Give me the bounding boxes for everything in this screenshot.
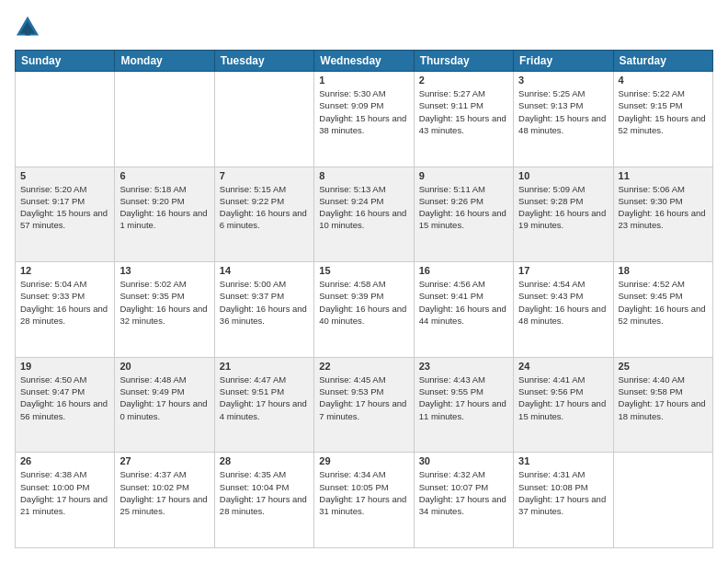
daylight-text: Daylight: 16 hours and 44 minutes. [419,304,506,326]
sunset-text: Sunset: 9:15 PM [619,100,683,110]
calendar-week-row: 19 Sunrise: 4:50 AM Sunset: 9:47 PM Dayl… [16,357,713,453]
daylight-text: Daylight: 16 hours and 15 minutes. [419,208,506,230]
daylight-text: Daylight: 16 hours and 10 minutes. [319,208,406,230]
daylight-text: Daylight: 17 hours and 11 minutes. [419,398,506,420]
day-number: 21 [220,361,309,372]
calendar-week-row: 1 Sunrise: 5:30 AM Sunset: 9:09 PM Dayli… [16,72,713,167]
day-number: 9 [419,170,508,181]
sunrise-text: Sunrise: 4:37 AM [119,469,186,479]
day-number: 26 [20,455,109,466]
sunset-text: Sunset: 9:22 PM [220,196,284,206]
day-info: Sunrise: 4:32 AM Sunset: 10:07 PM Daylig… [419,468,508,517]
day-info: Sunrise: 4:43 AM Sunset: 9:55 PM Dayligh… [419,373,508,422]
calendar-week-row: 5 Sunrise: 5:20 AM Sunset: 9:17 PM Dayli… [16,167,713,262]
weekday-sunday: Sunday [16,51,115,72]
day-info: Sunrise: 5:27 AM Sunset: 9:11 PM Dayligh… [419,87,508,136]
daylight-text: Daylight: 16 hours and 6 minutes. [220,208,307,230]
sunset-text: Sunset: 9:09 PM [319,100,383,110]
day-info: Sunrise: 4:52 AM Sunset: 9:45 PM Dayligh… [619,278,708,327]
daylight-text: Daylight: 16 hours and 1 minute. [119,208,207,230]
day-number: 14 [220,265,309,276]
calendar-day-cell: 13 Sunrise: 5:02 AM Sunset: 9:35 PM Dayl… [115,262,214,358]
day-info: Sunrise: 5:15 AM Sunset: 9:22 PM Dayligh… [220,183,309,232]
day-info: Sunrise: 4:56 AM Sunset: 9:41 PM Dayligh… [419,278,508,327]
sunrise-text: Sunrise: 4:47 AM [220,374,286,385]
sunset-text: Sunset: 9:41 PM [419,291,483,301]
day-number: 1 [319,75,408,86]
day-number: 12 [20,265,109,276]
calendar-day-cell: 27 Sunrise: 4:37 AM Sunset: 10:02 PM Day… [115,453,214,548]
calendar-day-cell: 26 Sunrise: 4:38 AM Sunset: 10:00 PM Day… [16,453,115,548]
daylight-text: Daylight: 16 hours and 23 minutes. [619,208,706,230]
calendar-day-cell: 24 Sunrise: 4:41 AM Sunset: 9:56 PM Dayl… [514,357,613,453]
sunset-text: Sunset: 9:28 PM [518,196,583,206]
calendar-day-cell: 21 Sunrise: 4:47 AM Sunset: 9:51 PM Dayl… [214,357,313,453]
daylight-text: Daylight: 16 hours and 36 minutes. [220,304,307,326]
calendar-day-cell: 20 Sunrise: 4:48 AM Sunset: 9:49 PM Dayl… [115,357,214,453]
sunrise-text: Sunrise: 4:58 AM [319,279,385,289]
day-info: Sunrise: 4:41 AM Sunset: 9:56 PM Dayligh… [518,373,608,422]
sunset-text: Sunset: 9:43 PM [518,291,583,301]
sunrise-text: Sunrise: 4:43 AM [419,374,485,385]
day-number: 24 [518,361,608,372]
weekday-thursday: Thursday [414,51,513,72]
logo [15,15,44,40]
sunrise-text: Sunrise: 4:34 AM [319,469,385,479]
sunset-text: Sunset: 9:26 PM [419,196,483,206]
calendar-day-cell: 25 Sunrise: 4:40 AM Sunset: 9:58 PM Dayl… [613,357,712,453]
calendar-day-cell: 30 Sunrise: 4:32 AM Sunset: 10:07 PM Day… [414,453,513,548]
calendar-day-cell: 4 Sunrise: 5:22 AM Sunset: 9:15 PM Dayli… [613,72,712,167]
daylight-text: Daylight: 15 hours and 48 minutes. [518,113,606,135]
sunrise-text: Sunrise: 5:27 AM [419,88,485,98]
day-info: Sunrise: 5:00 AM Sunset: 9:37 PM Dayligh… [220,278,309,327]
calendar-day-cell: 14 Sunrise: 5:00 AM Sunset: 9:37 PM Dayl… [214,262,313,358]
day-number: 25 [619,361,708,372]
daylight-text: Daylight: 15 hours and 57 minutes. [20,208,108,230]
sunset-text: Sunset: 10:02 PM [119,482,189,492]
sunset-text: Sunset: 9:11 PM [419,100,483,110]
daylight-text: Daylight: 17 hours and 34 minutes. [419,494,506,516]
daylight-text: Daylight: 16 hours and 32 minutes. [119,304,207,326]
sunset-text: Sunset: 10:07 PM [419,482,489,492]
sunrise-text: Sunrise: 5:11 AM [419,184,485,194]
sunrise-text: Sunrise: 5:15 AM [220,184,286,194]
sunrise-text: Sunrise: 5:18 AM [119,184,186,194]
daylight-text: Daylight: 17 hours and 25 minutes. [119,494,207,516]
sunrise-text: Sunrise: 4:52 AM [619,279,685,289]
sunrise-text: Sunrise: 5:25 AM [518,88,585,98]
calendar-day-cell: 9 Sunrise: 5:11 AM Sunset: 9:26 PM Dayli… [414,167,513,262]
page: SundayMondayTuesdayWednesdayThursdayFrid… [0,0,728,563]
day-number: 22 [319,361,408,372]
sunrise-text: Sunrise: 4:35 AM [220,469,286,479]
calendar-day-cell: 12 Sunrise: 5:04 AM Sunset: 9:33 PM Dayl… [16,262,115,358]
calendar-day-cell: 17 Sunrise: 4:54 AM Sunset: 9:43 PM Dayl… [514,262,613,358]
calendar-day-cell: 23 Sunrise: 4:43 AM Sunset: 9:55 PM Dayl… [414,357,513,453]
sunset-text: Sunset: 9:13 PM [518,100,583,110]
sunrise-text: Sunrise: 5:30 AM [319,88,385,98]
sunrise-text: Sunrise: 5:20 AM [20,184,86,194]
calendar-day-cell: 3 Sunrise: 5:25 AM Sunset: 9:13 PM Dayli… [514,72,613,167]
daylight-text: Daylight: 15 hours and 43 minutes. [419,113,506,135]
daylight-text: Daylight: 16 hours and 52 minutes. [619,304,706,326]
sunrise-text: Sunrise: 4:56 AM [419,279,485,289]
calendar-day-cell: 16 Sunrise: 4:56 AM Sunset: 9:41 PM Dayl… [414,262,513,358]
sunrise-text: Sunrise: 4:40 AM [619,374,685,385]
calendar-day-cell: 11 Sunrise: 5:06 AM Sunset: 9:30 PM Dayl… [613,167,712,262]
day-number: 19 [20,361,109,372]
sunrise-text: Sunrise: 4:32 AM [419,469,485,479]
day-number: 15 [319,265,408,276]
sunset-text: Sunset: 9:53 PM [319,386,383,396]
sunrise-text: Sunrise: 4:38 AM [20,469,86,479]
day-number: 20 [119,361,209,372]
sunrise-text: Sunrise: 4:50 AM [20,374,86,385]
daylight-text: Daylight: 16 hours and 56 minutes. [20,398,108,420]
day-info: Sunrise: 5:06 AM Sunset: 9:30 PM Dayligh… [619,183,708,232]
sunrise-text: Sunrise: 5:04 AM [20,279,86,289]
sunset-text: Sunset: 9:58 PM [619,386,683,396]
calendar-day-cell [214,72,313,167]
sunrise-text: Sunrise: 4:45 AM [319,374,385,385]
calendar-day-cell: 15 Sunrise: 4:58 AM Sunset: 9:39 PM Dayl… [314,262,414,358]
calendar-day-cell: 19 Sunrise: 4:50 AM Sunset: 9:47 PM Dayl… [16,357,115,453]
calendar-day-cell: 29 Sunrise: 4:34 AM Sunset: 10:05 PM Day… [314,453,414,548]
day-number: 11 [619,170,708,181]
